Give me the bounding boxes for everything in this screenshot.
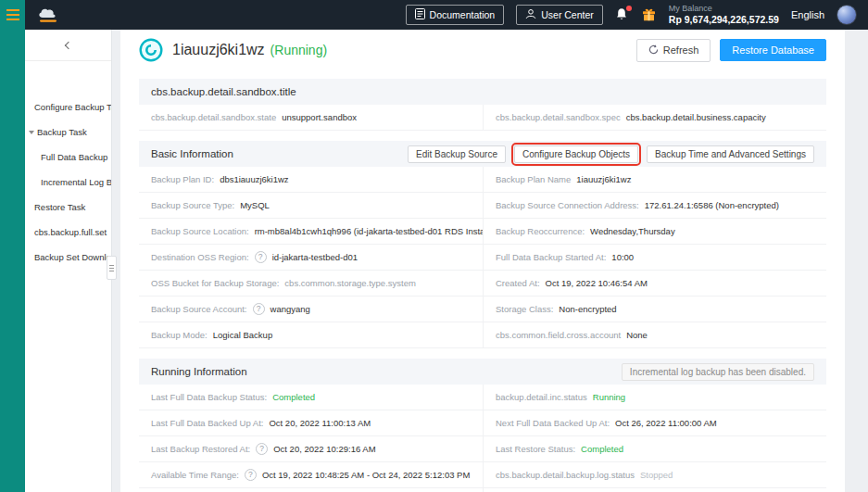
sidebar-item-configure-backup-tas[interactable]: Configure Backup Tas...	[25, 95, 111, 120]
field-label: Backup Source Account:	[151, 303, 247, 315]
sandbox-card-header: cbs.backup.detail.sandbox.title	[139, 79, 826, 105]
field-cell: Backup Mode:Logical Backup	[139, 322, 483, 347]
sidebar-item-full-data-backup[interactable]: Full Data Backup	[25, 145, 111, 170]
alibaba-cloud-logo[interactable]	[33, 5, 63, 25]
topbar-right: Documentation User Center My Balance Rp …	[406, 4, 868, 26]
sidebar-collapse-button[interactable]	[25, 30, 111, 61]
basic-card-title: Basic Information	[151, 148, 233, 159]
field-value: Wednesday,Thursday	[590, 225, 675, 237]
balance[interactable]: My Balance Rp 9,674,294,226,572.59	[669, 4, 779, 26]
running-info-card: Running Information Incremental log back…	[139, 359, 826, 492]
field-label: Backup Plan Name	[496, 173, 571, 185]
cloud-logo-icon	[33, 5, 63, 25]
cards: cbs.backup.detail.sandbox.title cbs.back…	[120, 79, 845, 492]
field-label: Available Time Range:	[151, 469, 239, 481]
balance-label: My Balance	[669, 4, 779, 14]
field-value: Logical Backup	[213, 329, 272, 341]
field-value: Oct 20, 2022 10:29:16 AM	[273, 443, 375, 455]
sidebar-item-label: Restore Task	[34, 202, 85, 212]
field-value: Oct 26, 2022 11:00:00 AM	[615, 417, 717, 429]
field-cell: Backup Source Type:MySQL	[139, 193, 483, 218]
content-panel: 1iauuzj6ki1wz (Running) Refresh Restore …	[120, 30, 845, 492]
running-rows: Last Full Data Backup Status:Completedba…	[139, 385, 826, 492]
field-cell: cbs.backup.detail.backup.log.statusStopp…	[483, 462, 826, 487]
field-label: Created At:	[496, 277, 540, 289]
field-cell: Available Time Range:?Oct 19, 2022 10:48…	[139, 462, 483, 487]
info-row: Backup Mode:Logical Backupcbs.common.fie…	[139, 322, 826, 348]
field-cell	[483, 488, 826, 492]
refresh-icon	[648, 44, 659, 57]
running-card-title: Running Information	[151, 366, 247, 377]
field-label: Backup Source Type:	[151, 199, 234, 211]
field-cell: Full Data Backup Started At:10:00	[483, 245, 826, 270]
sidebar-item-label: Configure Backup Tas...	[34, 102, 111, 112]
field-label: backup.detail.inc.status	[496, 391, 587, 403]
info-row: Last Full Data Backed Up At:Oct 20, 2022…	[139, 410, 826, 436]
topbar: Documentation User Center My Balance Rp …	[0, 0, 868, 30]
sidebar-resize-handle[interactable]	[107, 256, 117, 280]
main-area: 1iauuzj6ki1wz (Running) Refresh Restore …	[112, 30, 868, 492]
field-label: Last Full Data Backup Status:	[151, 391, 267, 403]
language-selector[interactable]: English	[791, 9, 824, 20]
document-icon	[415, 8, 425, 21]
notification-dot	[626, 6, 632, 11]
hamburger-menu-icon[interactable]	[0, 0, 25, 30]
help-icon[interactable]: ?	[245, 469, 257, 481]
sandbox-rows: cbs.backup.detail.sandbox.stateunsupport…	[139, 105, 826, 131]
refresh-button[interactable]: Refresh	[636, 39, 711, 62]
configure-backup-objects-button[interactable]: Configure Backup Objects	[514, 145, 638, 163]
help-icon[interactable]: ?	[253, 303, 265, 315]
field-label: cbs.common.field.cross.account	[496, 329, 621, 341]
notification-bell-icon[interactable]	[615, 7, 630, 22]
field-value: Oct 19, 2022 10:46:54 AM	[546, 277, 648, 289]
basic-card-actions: Edit Backup SourceConfigure Backup Objec…	[408, 145, 814, 163]
field-label: Backup Source Location:	[151, 225, 249, 237]
field-value: rm-mb8al4b1cwh1qh996 (id-jakarta-testbed…	[255, 225, 483, 237]
field-value: Stopped	[640, 469, 673, 481]
documentation-button[interactable]: Documentation	[406, 5, 505, 25]
field-cell: Last Full Data Backed Up At:Oct 20, 2022…	[139, 410, 483, 435]
gift-icon[interactable]	[642, 8, 657, 22]
user-icon	[525, 8, 536, 21]
field-cell: cbs.backup.detail.sandbox.speccbs.backup…	[483, 105, 826, 130]
edit-backup-source-button[interactable]: Edit Backup Source	[408, 145, 506, 163]
field-value: wangyang	[270, 303, 310, 315]
field-cell: Maximum Concurrent Threads for Full Data…	[139, 488, 483, 492]
running-card-actions: Incremental log backup has been disabled…	[622, 363, 814, 381]
field-label: Backup Mode:	[151, 329, 208, 341]
backup-time-and-advanced-settings-button[interactable]: Backup Time and Advanced Settings	[647, 145, 814, 163]
sidebar-menu: Configure Backup Tas...Backup TaskFull D…	[25, 61, 111, 270]
user-center-label: User Center	[541, 9, 594, 20]
field-cell: Backup Plan ID:dbs1iauuzj6ki1wz	[139, 167, 483, 192]
sidebar-item-restore-task[interactable]: Restore Task	[25, 195, 111, 220]
info-row: Available Time Range:?Oct 19, 2022 10:48…	[139, 462, 826, 488]
sidebar-item-incremental-log-back[interactable]: Incremental Log Back...	[25, 170, 111, 195]
field-cell: Destination OSS Region:?id-jakarta-testb…	[139, 245, 483, 270]
field-cell: Last Backup Restored At:?Oct 20, 2022 10…	[139, 436, 483, 461]
field-cell: Last Restore Status:Completed	[483, 436, 826, 461]
sidebar-item-cbs-backup-full-set[interactable]: cbs.backup.full.set	[25, 220, 111, 245]
basic-rows: Backup Plan ID:dbs1iauuzj6ki1wzBackup Pl…	[139, 167, 826, 348]
field-cell: Next Full Data Backed Up At:Oct 26, 2022…	[483, 410, 826, 435]
sidebar-item-backup-set-download[interactable]: Backup Set Download	[25, 245, 111, 270]
field-cell: Backup Source Connection Address:172.61.…	[483, 193, 826, 218]
user-center-button[interactable]: User Center	[516, 5, 603, 25]
field-value: Oct 19, 2022 10:48:25 AM - Oct 24, 2022 …	[262, 469, 470, 481]
help-icon[interactable]: ?	[255, 251, 267, 263]
field-label: Backup Plan ID:	[151, 173, 214, 185]
field-label: Last Full Data Backed Up At:	[151, 417, 263, 429]
dbs-logo-icon	[139, 38, 163, 62]
basic-info-card: Basic Information Edit Backup SourceConf…	[139, 141, 826, 348]
field-value: cbs.common.storage.type.system	[284, 277, 416, 289]
help-icon[interactable]: ?	[256, 443, 268, 455]
balance-value: Rp 9,674,294,226,572.59	[669, 14, 779, 26]
restore-database-button[interactable]: Restore Database	[720, 39, 826, 61]
sidebar-item-backup-task[interactable]: Backup Task	[25, 120, 111, 145]
field-label: OSS Bucket for Backup Storage:	[151, 277, 279, 289]
field-value: Running	[593, 391, 625, 403]
documentation-label: Documentation	[430, 9, 496, 20]
field-cell: Backup Reoccurrence:Wednesday,Thursday	[483, 219, 826, 244]
avatar[interactable]	[837, 5, 857, 25]
info-row: OSS Bucket for Backup Storage:cbs.common…	[139, 271, 826, 296]
field-value: MySQL	[240, 199, 270, 211]
